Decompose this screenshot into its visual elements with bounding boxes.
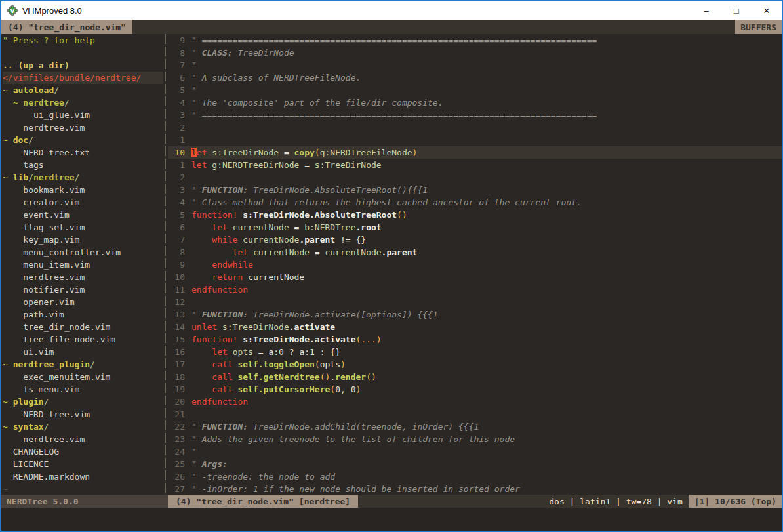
- tree-item-fs-menu[interactable]: fs_menu.vim: [3, 383, 163, 396]
- code-text: let currentNode = b:NERDTree.root: [185, 221, 382, 234]
- tree-item-menu-controller[interactable]: menu_controller.vim: [3, 246, 163, 258]
- code-line[interactable]: 6" A subclass of NERDTreeFileNode.: [168, 72, 782, 84]
- code-line[interactable]: 9" =====================================…: [168, 34, 782, 47]
- line-number: 6: [168, 221, 185, 234]
- code-line[interactable]: 5function! s:TreeDirNode.AbsoluteTreeRoo…: [168, 209, 782, 221]
- code-line[interactable]: 20endfunction: [168, 396, 782, 408]
- tree-item-nerd-tree-vim[interactable]: NERD_tree.vim: [3, 408, 163, 420]
- window-title: Vi IMproved 8.0: [22, 6, 691, 16]
- tree-item-menu-item[interactable]: menu_item.vim: [3, 258, 163, 271]
- code-line[interactable]: 3" =====================================…: [168, 109, 782, 121]
- code-line[interactable]: 15function! s:TreeDirNode.activate(...): [168, 333, 782, 346]
- tree-item-tree-file-node[interactable]: tree_file_node.vim: [3, 333, 163, 346]
- tree-item-syntax[interactable]: ~ syntax/: [3, 420, 163, 433]
- line-number: 18: [168, 371, 185, 383]
- line-number: 12: [168, 296, 185, 308]
- code-line[interactable]: 7 while currentNode.parent != {}: [168, 234, 782, 246]
- tree-item-event[interactable]: event.vim: [3, 209, 163, 221]
- code-line[interactable]: 11endfunction: [168, 283, 782, 296]
- tree-item-nerdtree-lib[interactable]: nerdtree.vim: [3, 271, 163, 283]
- code-line[interactable]: 1: [168, 134, 782, 146]
- code-line[interactable]: 21: [168, 408, 782, 420]
- tree-item-bookmark[interactable]: bookmark.vim: [3, 184, 163, 196]
- code-line[interactable]: 17 call self.toggleOpen(opts): [168, 358, 782, 371]
- tree-item-nerdtree-syntax[interactable]: nerdtree.vim: [3, 433, 163, 445]
- tree-item-key-map[interactable]: key_map.vim: [3, 234, 163, 246]
- tree-item-nerdtree-plugin[interactable]: ~ nerdtree_plugin/: [3, 358, 163, 371]
- line-number: 3: [168, 109, 185, 121]
- code-text: " -treenode: the node to add: [185, 470, 335, 483]
- code-line[interactable]: 4" The 'composite' part of the file/dir …: [168, 96, 782, 109]
- window-split-separator[interactable]: [163, 34, 168, 495]
- code-line[interactable]: 26" -treenode: the node to add: [168, 470, 782, 483]
- code-line[interactable]: 3" FUNCTION: TreeDirNode.AbsoluteTreeRoo…: [168, 184, 782, 196]
- code-line[interactable]: 22" FUNCTION: TreeDirNode.addChild(treen…: [168, 420, 782, 433]
- tree-item-licence[interactable]: LICENCE: [3, 458, 163, 470]
- tree-item-flag-set[interactable]: flag_set.vim: [3, 221, 163, 234]
- close-button[interactable]: ✕: [752, 1, 782, 20]
- active-file-status: (4) "tree_dir_node.vim" [nerdtree]: [168, 495, 358, 508]
- main-area: " Press ? for help.. (up a dir)</vimfile…: [1, 34, 782, 495]
- tree-item-changelog[interactable]: CHANGELOG: [3, 445, 163, 458]
- tree-item-exec-menuitem[interactable]: exec_menuitem.vim: [3, 371, 163, 383]
- tree-item-notifier[interactable]: notifier.vim: [3, 283, 163, 296]
- code-line[interactable]: 2: [168, 171, 782, 184]
- tree-item-doc[interactable]: ~ doc/: [3, 134, 163, 146]
- line-number: 8: [168, 47, 185, 59]
- code-line[interactable]: 13" FUNCTION: TreeDirNode.activate([opti…: [168, 308, 782, 321]
- tree-item-nerdtree-vim[interactable]: nerdtree.vim: [3, 121, 163, 134]
- tree-item-readme[interactable]: README.markdown: [3, 470, 163, 483]
- nerdtree-status: NERDTree 5.0.0: [1, 495, 168, 508]
- command-line[interactable]: [1, 508, 782, 531]
- tree-item-opener[interactable]: opener.vim: [3, 296, 163, 308]
- code-line[interactable]: 4" Class method that returns the highest…: [168, 196, 782, 209]
- code-line[interactable]: 5": [168, 84, 782, 96]
- line-number: 4: [168, 196, 185, 209]
- tree-item-plugin[interactable]: ~ plugin/: [3, 396, 163, 408]
- line-number: 7: [168, 59, 185, 72]
- code-line[interactable]: 25" Args:: [168, 458, 782, 470]
- tree-item-nerdtree-dir[interactable]: ~ nerdtree/: [3, 96, 163, 109]
- tree-root-path[interactable]: </vimfiles/bundle/nerdtree/: [3, 72, 163, 84]
- code-line[interactable]: 16 let opts = a:0 ? a:1 : {}: [168, 346, 782, 358]
- code-line[interactable]: 12: [168, 296, 782, 308]
- tree-item-autoload[interactable]: ~ autoload/: [3, 84, 163, 96]
- code-line[interactable]: 27" -inOrder: 1 if the new node should b…: [168, 483, 782, 495]
- tree-item-lib-nerdtree[interactable]: ~ lib/nerdtree/: [3, 171, 163, 184]
- code-line[interactable]: 8" CLASS: TreeDirNode: [168, 47, 782, 59]
- tree-item-tags[interactable]: tags: [3, 159, 163, 171]
- tree-item-ui[interactable]: ui.vim: [3, 346, 163, 358]
- tree-blank[interactable]: [3, 47, 163, 59]
- code-line[interactable]: 1let g:NERDTreeDirNode = s:TreeDirNode: [168, 159, 782, 171]
- line-number: 1: [168, 159, 185, 171]
- minimize-button[interactable]: –: [691, 1, 721, 20]
- tree-item-tree-dir-node[interactable]: tree_dir_node.vim: [3, 321, 163, 333]
- maximize-button[interactable]: □: [721, 1, 752, 20]
- code-line[interactable]: 8 let currentNode = currentNode.parent: [168, 246, 782, 258]
- code-line[interactable]: 23" Adds the given treenode to the list …: [168, 433, 782, 445]
- code-line[interactable]: 19 call self.putCursorHere(0, 0): [168, 383, 782, 396]
- buffers-label: BUFFERS: [735, 20, 782, 34]
- line-number: 2: [168, 171, 185, 184]
- code-text: " FUNCTION: TreeDirNode.addChild(treenod…: [185, 420, 479, 433]
- tree-help-line[interactable]: " Press ? for help: [3, 34, 163, 47]
- code-text: function! s:TreeDirNode.activate(...): [185, 333, 382, 346]
- code-line[interactable]: 18 call self.getNerdtree().render(): [168, 371, 782, 383]
- code-line[interactable]: 10 return currentNode: [168, 271, 782, 283]
- tree-nontext[interactable]: ~: [3, 483, 163, 495]
- code-text: [185, 121, 191, 134]
- code-line[interactable]: 9 endwhile: [168, 258, 782, 271]
- tree-item-path[interactable]: path.vim: [3, 308, 163, 321]
- title-bar: V Vi IMproved 8.0 – □ ✕: [1, 1, 782, 20]
- tree-item-creator[interactable]: creator.vim: [3, 196, 163, 209]
- code-line[interactable]: 14unlet s:TreeDirNode.activate: [168, 321, 782, 333]
- tree-item-up-a-dir[interactable]: .. (up a dir): [3, 59, 163, 72]
- code-line-current[interactable]: 10let s:TreeDirNode = copy(g:NERDTreeFil…: [168, 146, 782, 159]
- code-line[interactable]: 24": [168, 445, 782, 458]
- code-line[interactable]: 6 let currentNode = b:NERDTree.root: [168, 221, 782, 234]
- code-line[interactable]: 2: [168, 121, 782, 134]
- tab-tree-dir-node[interactable]: (4) "tree_dir_node.vim": [1, 20, 132, 34]
- tree-item-ui-glue[interactable]: ui_glue.vim: [3, 109, 163, 121]
- code-line[interactable]: 7": [168, 59, 782, 72]
- tree-item-nerd-tree-txt[interactable]: NERD_tree.txt: [3, 146, 163, 159]
